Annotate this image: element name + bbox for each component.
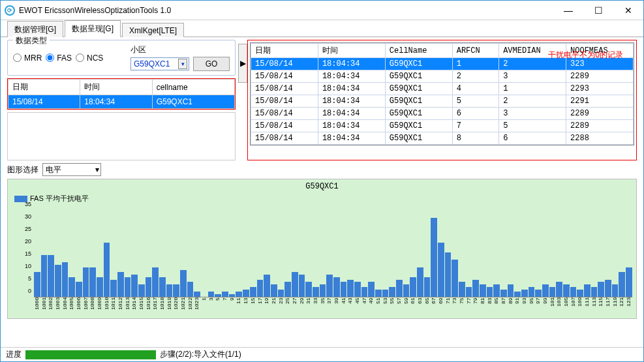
cell-combo[interactable]: G59QXC1 ▾ xyxy=(130,57,189,70)
bar[interactable] xyxy=(215,294,221,297)
bar[interactable] xyxy=(521,290,528,297)
bar[interactable] xyxy=(619,272,625,297)
bar[interactable] xyxy=(48,255,54,297)
table-row[interactable]: 15/08/1418:04:34G59QXC1232289 xyxy=(251,70,634,83)
table-row[interactable]: 15/08/1418:04:34G59QXC1752289 xyxy=(251,120,634,132)
bar[interactable] xyxy=(313,287,319,297)
bar[interactable] xyxy=(55,265,61,297)
bar[interactable] xyxy=(410,277,416,297)
small-table[interactable]: 日期 时间 cellname 15/08/14 18:04:34 G59QXC1 xyxy=(8,79,235,109)
bar[interactable] xyxy=(361,287,368,297)
bar[interactable] xyxy=(97,277,103,297)
bar[interactable] xyxy=(480,284,486,297)
bar[interactable] xyxy=(320,284,326,297)
radio-fas[interactable]: FAS xyxy=(46,53,72,63)
bar[interactable] xyxy=(577,290,583,297)
bar[interactable] xyxy=(257,280,264,297)
bar[interactable] xyxy=(41,255,48,297)
bar[interactable] xyxy=(487,287,493,297)
bar[interactable] xyxy=(180,270,187,297)
bar[interactable] xyxy=(159,277,166,297)
bar[interactable] xyxy=(626,267,632,297)
bar[interactable] xyxy=(166,284,173,297)
go-button[interactable]: GO xyxy=(193,57,230,71)
radio-ncs[interactable]: NCS xyxy=(76,53,103,63)
tab-data-present[interactable]: 数据呈现[G] xyxy=(65,20,121,37)
bar[interactable] xyxy=(110,280,117,297)
table-row[interactable]: 15/08/1418:04:34G59QXC1632289 xyxy=(251,108,634,120)
bar[interactable] xyxy=(556,282,562,297)
bar[interactable] xyxy=(563,284,570,297)
small-th-date[interactable]: 日期 xyxy=(8,80,80,95)
table-row[interactable]: 15/08/1418:04:34G59QXC1522291 xyxy=(251,95,634,108)
bar[interactable] xyxy=(493,284,500,297)
radio-mrr[interactable]: MRR xyxy=(13,53,42,63)
bar[interactable] xyxy=(514,292,521,297)
bar[interactable] xyxy=(104,243,110,297)
small-th-time[interactable]: 时间 xyxy=(80,80,152,95)
bar[interactable] xyxy=(83,267,89,297)
bar[interactable] xyxy=(222,292,228,297)
bar[interactable] xyxy=(591,287,598,297)
th-date[interactable]: 日期 xyxy=(251,44,318,58)
bar[interactable] xyxy=(584,284,590,297)
bar[interactable] xyxy=(389,287,395,297)
table-row[interactable]: 15/08/1418:04:34G59QXC1412293 xyxy=(251,83,634,95)
bar[interactable] xyxy=(229,294,236,297)
bar[interactable] xyxy=(69,277,75,297)
bar[interactable] xyxy=(354,282,361,297)
bar[interactable] xyxy=(341,282,347,297)
bar[interactable] xyxy=(250,287,256,297)
bar[interactable] xyxy=(542,284,549,297)
chart-select-combo[interactable]: 电平 ▾ xyxy=(42,163,101,176)
bar[interactable] xyxy=(529,287,535,297)
bar[interactable] xyxy=(535,290,542,297)
bar[interactable] xyxy=(326,275,333,297)
bar[interactable] xyxy=(146,277,152,297)
bar[interactable] xyxy=(89,267,96,297)
bar[interactable] xyxy=(549,287,556,297)
th-time[interactable]: 时间 xyxy=(318,44,385,58)
bar[interactable] xyxy=(424,277,431,297)
th-arfcn[interactable]: ARFCN xyxy=(452,44,498,58)
bar[interactable] xyxy=(62,262,69,297)
bar[interactable] xyxy=(243,290,249,297)
bar[interactable] xyxy=(125,277,131,297)
bar[interactable] xyxy=(382,290,389,297)
bar[interactable] xyxy=(500,290,507,297)
bar[interactable] xyxy=(173,284,179,297)
bar[interactable] xyxy=(508,284,514,297)
bar[interactable] xyxy=(236,292,242,297)
bar[interactable] xyxy=(76,282,82,297)
bar[interactable] xyxy=(333,277,340,297)
bar[interactable] xyxy=(459,282,465,297)
bar[interactable] xyxy=(466,287,472,297)
small-table-row[interactable]: 15/08/14 18:04:34 G59QXC1 xyxy=(8,95,235,109)
bar[interactable] xyxy=(131,275,138,297)
bar[interactable] xyxy=(152,267,159,297)
bar[interactable] xyxy=(264,275,270,297)
bar[interactable] xyxy=(117,272,124,297)
close-button[interactable]: ✕ xyxy=(613,1,643,20)
bar[interactable] xyxy=(472,280,479,297)
table-row[interactable]: 15/08/1418:04:34G59QXC1862288 xyxy=(251,132,634,145)
bar[interactable] xyxy=(138,284,145,297)
tab-xmlkget[interactable]: XmlKget[LTE] xyxy=(122,23,184,37)
bar[interactable] xyxy=(292,272,298,297)
bar[interactable] xyxy=(403,284,410,297)
bar[interactable] xyxy=(347,280,354,297)
bar[interactable] xyxy=(438,243,444,297)
plot-area[interactable] xyxy=(34,211,632,297)
bar[interactable] xyxy=(271,284,277,297)
th-cellname[interactable]: CellName xyxy=(385,44,452,58)
bar[interactable] xyxy=(299,275,305,297)
bar[interactable] xyxy=(187,282,194,297)
bar[interactable] xyxy=(417,267,423,297)
expand-button[interactable]: ▶ xyxy=(238,44,247,83)
bar[interactable] xyxy=(284,282,291,297)
bar[interactable] xyxy=(368,282,375,297)
bar[interactable] xyxy=(598,282,604,297)
minimize-button[interactable]: — xyxy=(553,1,583,20)
bar[interactable] xyxy=(208,292,215,297)
bar[interactable] xyxy=(452,260,458,297)
